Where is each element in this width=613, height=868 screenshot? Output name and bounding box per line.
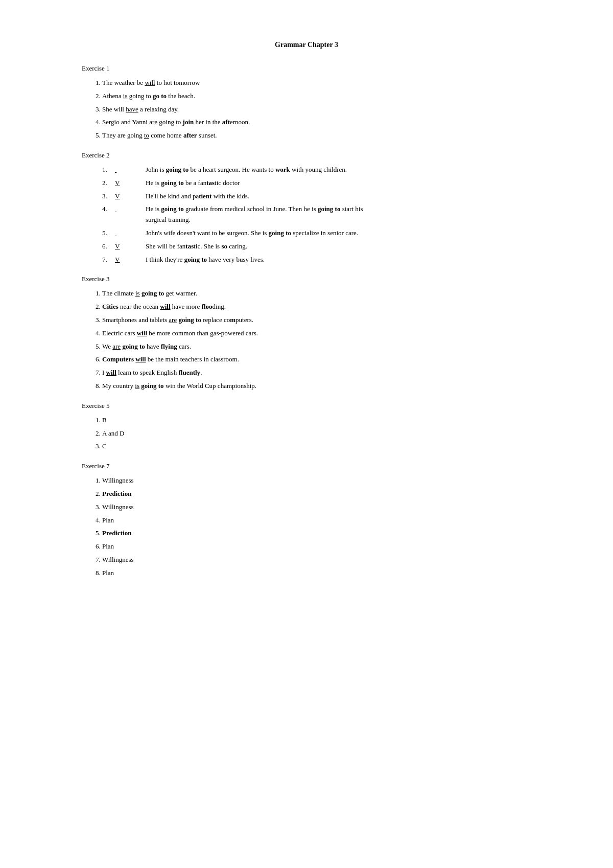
underline-text: are: [149, 118, 157, 126]
underline-text: are: [169, 316, 177, 324]
exercise-7-list: Willingness Prediction Willingness Plan …: [102, 475, 531, 578]
item-text: I think they're going to have very busy …: [146, 255, 531, 265]
item-text: He'll be kind and patient with the kids.: [146, 191, 531, 202]
list-item: 3. V He'll be kind and patient with the …: [102, 191, 531, 202]
exercise-2-section: Exercise 2 1. John is going to be a hear…: [82, 151, 531, 265]
list-item: Electric cars will be more common than g…: [102, 328, 531, 339]
item-mark: [115, 204, 146, 225]
item-mark: V: [115, 241, 146, 252]
list-item: Prediction: [102, 489, 531, 499]
list-item: C: [102, 441, 531, 452]
exercise-5-list: B A and D C: [102, 415, 531, 452]
item-mark: V: [115, 178, 146, 189]
exercise-1-label: Exercise 1: [82, 64, 531, 73]
item-number: 3.: [102, 191, 115, 202]
item-number: 7.: [102, 255, 115, 265]
exercise-1-list: The weather be will to hot tomorrow Athe…: [102, 78, 531, 141]
underline-text: is: [123, 92, 128, 100]
list-item: The weather be will to hot tomorrow: [102, 78, 531, 88]
page-title: Grammar Chapter 3: [82, 41, 531, 49]
exercise-3-label: Exercise 3: [82, 275, 531, 283]
list-item: I will learn to speak English fluently.: [102, 368, 531, 378]
underline-text: will: [160, 303, 170, 310]
list-item: Computers will be the main teachers in c…: [102, 354, 531, 365]
list-item: Cities near the ocean will have more flo…: [102, 302, 531, 312]
item-mark: V: [115, 191, 146, 202]
list-item: 5. John's wife doesn't want to be surgeo…: [102, 228, 531, 239]
underline-text: will: [135, 355, 146, 363]
exercise-5-label: Exercise 5: [82, 402, 531, 410]
list-item: Plan: [102, 515, 531, 526]
item-number: 6.: [102, 241, 115, 252]
bold-text: after: [183, 131, 197, 139]
list-item: Plan: [102, 568, 531, 579]
item-number: 5.: [102, 228, 115, 239]
item-text: John's wife doesn't want to be surgeon. …: [146, 228, 531, 239]
bold-text: aft: [222, 118, 230, 126]
item-number: 4.: [102, 204, 115, 225]
list-item: My country is going to win the World Cup…: [102, 381, 531, 392]
exercise-5-section: Exercise 5 B A and D C: [82, 402, 531, 452]
underline-text: will: [106, 369, 116, 376]
list-item: They are going to come home after sunset…: [102, 130, 531, 141]
bold-text: go to: [153, 92, 167, 100]
list-item: 2. V He is going to be a fantastic docto…: [102, 178, 531, 189]
exercise-7-section: Exercise 7 Willingness Prediction Willin…: [82, 462, 531, 578]
underline-text: is: [135, 289, 140, 297]
list-item: B: [102, 415, 531, 426]
list-item: Prediction: [102, 528, 531, 539]
exercise-2-list: 1. John is going to be a heart surgeon. …: [102, 165, 531, 265]
list-item: We are going to have flying cars.: [102, 341, 531, 352]
exercise-3-section: Exercise 3 The climate is going to get w…: [82, 275, 531, 391]
item-mark: [115, 165, 146, 175]
exercise-3-list: The climate is going to get warmer. Citi…: [102, 288, 531, 391]
list-item: Sergio and Yanni are going to join her i…: [102, 117, 531, 128]
underline-text: have: [126, 105, 138, 113]
item-number: 2.: [102, 178, 115, 189]
list-item: Willingness: [102, 502, 531, 513]
underline-text: will: [145, 79, 155, 86]
exercise-1-section: Exercise 1 The weather be will to hot to…: [82, 64, 531, 141]
underline-text: to: [144, 131, 149, 139]
underline-text: will: [137, 329, 147, 337]
list-item: 1. John is going to be a heart surgeon. …: [102, 165, 531, 175]
list-item: Athena is going to go to the beach.: [102, 91, 531, 102]
item-text: John is going to be a heart surgeon. He …: [146, 165, 531, 175]
list-item: 6. V She will be fantastic. She is so ca…: [102, 241, 531, 252]
underline-text: is: [135, 382, 139, 390]
list-item: Plan: [102, 541, 531, 552]
item-text: He is going to graduate from medical sch…: [146, 204, 531, 225]
list-item: 4. He is going to graduate from medical …: [102, 204, 531, 225]
list-item: Willingness: [102, 555, 531, 565]
list-item: The climate is going to get warmer.: [102, 288, 531, 299]
item-mark: V: [115, 255, 146, 265]
list-item: Willingness: [102, 475, 531, 486]
bold-text: join: [183, 118, 194, 126]
exercise-2-label: Exercise 2: [82, 151, 531, 159]
exercise-7-label: Exercise 7: [82, 462, 531, 470]
item-number: 1.: [102, 165, 115, 175]
list-item: Smartphones and tablets are going to rep…: [102, 315, 531, 326]
item-text: He is going to be a fantastic doctor: [146, 178, 531, 189]
item-mark: [115, 228, 146, 239]
list-item: A and D: [102, 428, 531, 439]
underline-text: are: [112, 342, 121, 350]
item-text: She will be fantastic. She is so caring.: [146, 241, 531, 252]
list-item: She will have a relaxing day.: [102, 104, 531, 115]
list-item: 7. V I think they're going to have very …: [102, 255, 531, 265]
